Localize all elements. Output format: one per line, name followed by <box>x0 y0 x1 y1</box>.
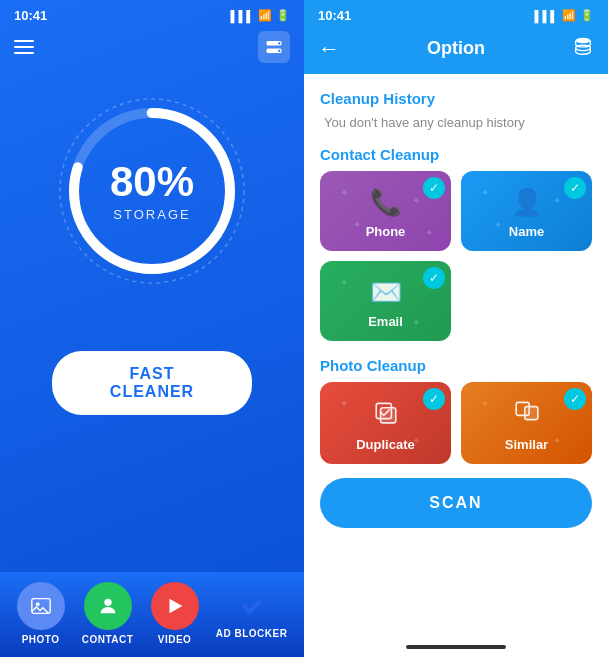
storage-gauge: 80% STORAGE <box>52 91 252 291</box>
email-card-icon: ✉️ <box>370 277 402 308</box>
time-right: 10:41 <box>318 8 351 23</box>
cleanup-history-title: Cleanup History <box>320 90 592 107</box>
svg-point-11 <box>576 38 591 44</box>
header-left <box>0 27 304 71</box>
svg-rect-7 <box>31 599 49 614</box>
bottom-bar <box>304 637 608 657</box>
status-icons-left: ▌▌▌ 📶 🔋 <box>231 9 290 22</box>
similar-card-icon <box>514 398 540 431</box>
header-right: ← Option <box>304 27 608 74</box>
gauge-label: STORAGE <box>113 207 190 222</box>
duplicate-check-badge: ✓ <box>423 388 445 410</box>
phone-card-icon: 📞 <box>370 187 402 218</box>
similar-check-badge: ✓ <box>564 388 586 410</box>
gauge-text: 80% STORAGE <box>110 161 194 222</box>
right-panel: 10:41 ▌▌▌ 📶 🔋 ← Option Cleanup History Y… <box>304 0 608 657</box>
email-grid: ✦ ✦ ✉️ Email ✓ <box>320 261 592 341</box>
time-left: 10:41 <box>14 8 47 23</box>
phone-check-badge: ✓ <box>423 177 445 199</box>
nav-label-photo: PHOTO <box>22 634 60 645</box>
phone-card[interactable]: ✦ ✦ ✦ ✦ 📞 Phone ✓ <box>320 171 451 251</box>
svg-point-8 <box>36 602 40 606</box>
contact-cleanup-grid: ✦ ✦ ✦ ✦ 📞 Phone ✓ ✦ ✦ ✦ 👤 Name ✓ <box>320 171 592 251</box>
status-bar-right: 10:41 ▌▌▌ 📶 🔋 <box>304 0 608 27</box>
email-card[interactable]: ✦ ✦ ✉️ Email ✓ <box>320 261 451 341</box>
photo-icon-circle <box>17 582 65 630</box>
svg-point-12 <box>576 45 591 51</box>
wifi-icon-right: 📶 <box>562 9 576 22</box>
contact-icon-circle <box>84 582 132 630</box>
name-card-label: Name <box>509 224 544 239</box>
email-check-badge: ✓ <box>423 267 445 289</box>
svg-point-9 <box>104 599 111 606</box>
status-bar-left: 10:41 ▌▌▌ 📶 🔋 <box>0 0 304 27</box>
page-title: Option <box>352 38 560 59</box>
name-card-icon: 👤 <box>511 187 543 218</box>
svg-marker-10 <box>169 599 182 614</box>
duplicate-card[interactable]: ✦ ✦ Duplicate ✓ <box>320 382 451 464</box>
nav-item-video[interactable]: VIDEO <box>151 582 199 645</box>
nav-item-contact[interactable]: CONTACT <box>82 582 134 645</box>
home-indicator <box>406 645 506 649</box>
nav-label-video: VIDEO <box>158 634 192 645</box>
left-panel: 10:41 ▌▌▌ 📶 🔋 <box>0 0 304 657</box>
svg-rect-16 <box>524 407 537 420</box>
nav-label-adblocker: AD BLOCKER <box>216 628 288 639</box>
adblocker-icon <box>234 588 270 624</box>
duplicate-card-icon <box>373 398 399 431</box>
name-check-badge: ✓ <box>564 177 586 199</box>
scan-button[interactable]: SCAN <box>320 478 592 528</box>
nav-item-adblocker[interactable]: AD BLOCKER <box>216 588 288 639</box>
status-icons-right: ▌▌▌ 📶 🔋 <box>535 9 594 22</box>
similar-card[interactable]: ✦ ✦ Similar ✓ <box>461 382 592 464</box>
contact-cleanup-title: Contact Cleanup <box>320 146 592 163</box>
similar-card-label: Similar <box>505 437 548 452</box>
wifi-icon: 📶 <box>258 9 272 22</box>
battery-icon: 🔋 <box>276 9 290 22</box>
signal-icon-right: ▌▌▌ <box>535 10 558 22</box>
nav-label-contact: CONTACT <box>82 634 134 645</box>
nav-item-photo[interactable]: PHOTO <box>17 582 65 645</box>
database-icon <box>572 35 594 62</box>
bottom-nav: PHOTO CONTACT VIDEO <box>0 572 304 657</box>
svg-point-3 <box>278 50 280 52</box>
back-button[interactable]: ← <box>318 36 340 62</box>
battery-icon-right: 🔋 <box>580 9 594 22</box>
photo-cleanup-title: Photo Cleanup <box>320 357 592 374</box>
svg-point-2 <box>278 42 280 44</box>
content-area: Cleanup History You don't have any clean… <box>304 74 608 637</box>
storage-icon <box>258 31 290 63</box>
photo-cleanup-grid: ✦ ✦ Duplicate ✓ ✦ ✦ <box>320 382 592 464</box>
duplicate-card-label: Duplicate <box>356 437 415 452</box>
name-card[interactable]: ✦ ✦ ✦ 👤 Name ✓ <box>461 171 592 251</box>
menu-button[interactable] <box>14 40 34 54</box>
video-icon-circle <box>151 582 199 630</box>
gauge-percent: 80% <box>110 161 194 203</box>
empty-grid-slot <box>461 261 592 341</box>
phone-card-label: Phone <box>366 224 406 239</box>
fast-cleaner-button[interactable]: FAST CLEANER <box>52 351 252 415</box>
signal-icon: ▌▌▌ <box>231 10 254 22</box>
cleanup-history-empty: You don't have any cleanup history <box>320 115 592 130</box>
email-card-label: Email <box>368 314 403 329</box>
